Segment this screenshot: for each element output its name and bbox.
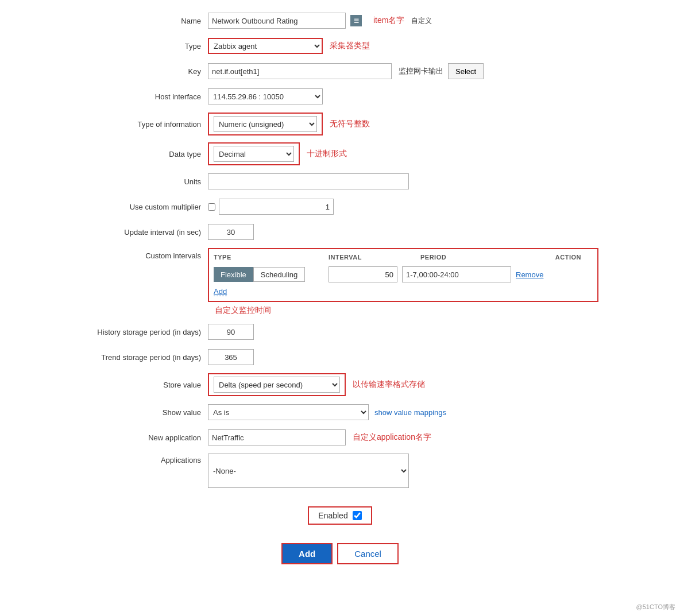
data-type-label: Data type [82, 150, 208, 158]
units-label: Units [82, 177, 208, 186]
key-input[interactable] [208, 63, 392, 79]
collector-type-annotation: 采集器类型 [330, 41, 370, 51]
trend-field [208, 349, 598, 365]
multiplier-label: Use custom multiplier [82, 203, 208, 211]
new-app-input[interactable] [208, 429, 346, 445]
applications-select[interactable]: -None- [208, 454, 409, 488]
type-of-info-label: Type of information [82, 120, 208, 129]
ci-flexible-btn[interactable]: Flexible [214, 267, 253, 282]
type-label: Type [82, 42, 208, 51]
show-value-field: As is show value mappings [208, 404, 598, 420]
name-wrapper: ☰ item名字 自定义 [208, 13, 432, 29]
ci-scheduling-btn[interactable]: Scheduling [253, 267, 305, 282]
ci-interval-input[interactable] [329, 266, 397, 282]
ci-header: TYPE INTERVAL PERIOD ACTION [214, 254, 593, 263]
store-value-box: Delta (speed per second) [208, 373, 346, 396]
history-field [208, 324, 598, 340]
type-info-annotation: 无符号整数 [330, 119, 370, 129]
enabled-row: Enabled [82, 506, 598, 525]
enabled-box: Enabled [308, 506, 372, 525]
history-label: History storage period (in days) [82, 328, 208, 336]
ci-action-header: ACTION [535, 254, 581, 261]
show-value-label: Show value [82, 408, 208, 417]
multiplier-input[interactable] [219, 199, 334, 215]
history-input[interactable] [208, 324, 254, 340]
custom-intervals-field: TYPE INTERVAL PERIOD ACTION Flexible Sch… [208, 248, 598, 316]
cancel-button[interactable]: Cancel [337, 543, 399, 564]
enabled-label: Enabled [318, 511, 347, 520]
host-interface-row: Host interface 114.55.29.86 : 10050 [82, 87, 598, 106]
data-type-select[interactable]: Decimal [214, 146, 294, 162]
multiplier-checkbox[interactable] [208, 203, 215, 211]
form-container: Name ☰ item名字 自定义 Type Zabbix agent 采集器类… [82, 11, 598, 564]
type-row: Type Zabbix agent 采集器类型 [82, 37, 598, 55]
spacer2 [82, 532, 598, 543]
key-annotation: 监控网卡输出 [399, 66, 443, 76]
applications-label: Applications [82, 454, 208, 464]
item-name-annotation2: 自定义 [411, 16, 432, 26]
store-value-label: Store value [82, 381, 208, 389]
ci-period-input[interactable] [402, 266, 511, 282]
update-interval-input[interactable] [208, 224, 254, 240]
store-value-select[interactable]: Delta (speed per second) [214, 377, 340, 393]
type-select[interactable]: Zabbix agent [208, 38, 323, 54]
data-type-box: Decimal [208, 142, 300, 165]
trend-row: Trend storage period (in days) [82, 348, 598, 366]
applications-row: Applications -None- [82, 454, 598, 488]
ci-annotation-row: 自定义监控时间 [208, 305, 271, 316]
ci-add-row: Add [214, 287, 593, 296]
store-value-field: Delta (speed per second) 以传输速率格式存储 [208, 373, 598, 396]
ci-type-header: TYPE [214, 254, 329, 261]
units-field [208, 173, 598, 189]
ci-type-buttons: Flexible Scheduling [214, 267, 329, 282]
store-value-row: Store value Delta (speed per second) 以传输… [82, 373, 598, 396]
host-interface-select[interactable]: 114.55.29.86 : 10050 [208, 88, 323, 104]
host-interface-label: Host interface [82, 92, 208, 101]
ci-interval-header: INTERVAL [329, 254, 420, 261]
show-value-mappings-link[interactable]: show value mappings [374, 408, 446, 417]
history-row: History storage period (in days) [82, 323, 598, 341]
units-row: Units [82, 172, 598, 191]
new-app-label: New application [82, 433, 208, 442]
multiplier-row: Use custom multiplier [82, 197, 598, 216]
units-input[interactable] [208, 173, 409, 189]
type-field: Zabbix agent 采集器类型 [208, 38, 598, 54]
show-value-select[interactable]: As is [208, 404, 369, 420]
type-info-select[interactable]: Numeric (unsigned) [214, 116, 317, 132]
update-interval-row: Update interval (in sec) [82, 223, 598, 241]
type-info-box: Numeric (unsigned) [208, 113, 323, 135]
type-of-info-field: Numeric (unsigned) 无符号整数 [208, 113, 598, 135]
host-interface-field: 114.55.29.86 : 10050 [208, 88, 598, 104]
custom-intervals-row: Custom intervals TYPE INTERVAL PERIOD AC… [82, 248, 598, 316]
trend-label: Trend storage period (in days) [82, 353, 208, 362]
data-type-row: Data type Decimal 十进制形式 [82, 142, 598, 165]
ci-add-link[interactable]: Add [214, 287, 227, 296]
multiplier-field [208, 199, 598, 215]
buttons-row: Add Cancel [82, 543, 598, 564]
item-name-annotation1: item名字 [373, 16, 404, 26]
ci-remove-btn[interactable]: Remove [516, 270, 543, 279]
update-interval-field [208, 224, 598, 240]
add-button[interactable]: Add [281, 543, 333, 564]
key-field: 监控网卡输出 Select [208, 63, 598, 79]
applications-field: -None- [208, 454, 598, 488]
ci-period-header: PERIOD [420, 254, 535, 261]
name-input[interactable] [208, 13, 346, 29]
type-of-info-row: Type of information Numeric (unsigned) 无… [82, 113, 598, 135]
spacer [82, 495, 598, 506]
ci-annotation: 自定义监控时间 [215, 305, 271, 315]
select-button[interactable]: Select [448, 63, 484, 79]
new-app-field: 自定义application名字 [208, 429, 598, 445]
key-label: Key [82, 67, 208, 76]
new-app-row: New application 自定义application名字 [82, 428, 598, 447]
new-app-annotation: 自定义application名字 [353, 432, 431, 443]
data-type-field: Decimal 十进制形式 [208, 142, 598, 165]
update-interval-label: Update interval (in sec) [82, 228, 208, 237]
item-icon: ☰ [350, 15, 362, 26]
enabled-checkbox[interactable] [353, 511, 362, 520]
custom-intervals-label: Custom intervals [82, 248, 208, 260]
trend-input[interactable] [208, 349, 254, 365]
store-value-annotation: 以传输速率格式存储 [353, 379, 425, 390]
show-value-row: Show value As is show value mappings [82, 403, 598, 421]
data-type-annotation: 十进制形式 [307, 149, 347, 159]
